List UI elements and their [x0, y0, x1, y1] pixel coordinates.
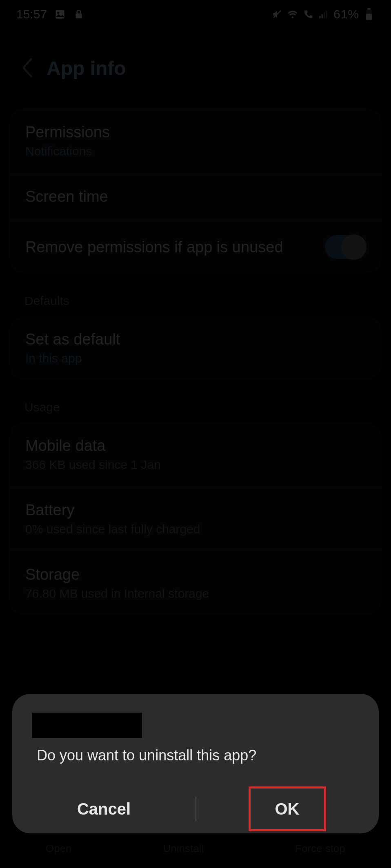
permissions-row[interactable]: Permissions Notifications — [9, 108, 382, 173]
force-stop-button[interactable]: Force stop — [295, 842, 345, 855]
status-bar: 15:57 — [0, 0, 391, 29]
battery-percentage: 61% — [333, 7, 359, 21]
page-title: App info — [47, 57, 126, 80]
svg-rect-6 — [324, 13, 325, 18]
storage-row[interactable]: Storage 76.80 MB used in Internal storag… — [9, 551, 382, 615]
svg-rect-10 — [366, 14, 372, 20]
screen-time-title: Screen time — [25, 188, 366, 205]
open-button[interactable]: Open — [46, 842, 72, 855]
mobile-data-title: Mobile data — [25, 437, 366, 455]
set-default-sub: In this app — [25, 351, 366, 365]
back-icon[interactable] — [20, 58, 34, 79]
permissions-title: Permissions — [25, 124, 366, 141]
image-icon — [54, 9, 66, 20]
svg-point-1 — [57, 12, 59, 14]
usage-label: Usage — [0, 400, 391, 422]
status-time: 15:57 — [16, 7, 47, 21]
remove-permissions-title: Remove permissions if app is unused — [25, 239, 283, 256]
battery-row[interactable]: Battery 0% used since last fully charged — [9, 486, 382, 551]
ok-label: OK — [275, 800, 300, 818]
uninstall-button[interactable]: Uninstall — [163, 842, 204, 855]
battery-icon — [363, 9, 375, 20]
wifi-calling-icon — [302, 9, 314, 20]
screen-time-row[interactable]: Screen time — [9, 173, 382, 220]
lock-icon — [73, 9, 84, 20]
cancel-label: Cancel — [77, 800, 131, 818]
toggle-knob — [341, 234, 367, 260]
storage-sub: 76.80 MB used in Internal storage — [25, 587, 366, 601]
privacy-card: Permissions Notifications Screen time Re… — [9, 108, 382, 274]
uninstall-dialog: Do you want to uninstall this app? Cance… — [12, 694, 379, 833]
svg-rect-5 — [322, 14, 323, 18]
mute-icon — [271, 9, 283, 20]
set-default-title: Set as default — [25, 331, 366, 348]
svg-rect-7 — [326, 11, 327, 18]
dialog-app-name-redacted — [32, 713, 142, 738]
ok-highlight-box: OK — [249, 786, 326, 831]
svg-rect-2 — [76, 13, 82, 18]
mobile-data-row[interactable]: Mobile data 366 KB used since 1 Jan — [9, 422, 382, 486]
page-header: App info — [0, 29, 391, 104]
storage-title: Storage — [25, 566, 366, 583]
dialog-message: Do you want to uninstall this app? — [12, 747, 379, 784]
battery-title: Battery — [25, 501, 366, 519]
svg-rect-0 — [56, 10, 64, 19]
ok-button[interactable]: OK — [196, 786, 379, 831]
defaults-label: Defaults — [0, 294, 391, 316]
signal-icon — [318, 9, 329, 20]
bottom-action-bar: Open Uninstall Force stop — [0, 829, 391, 868]
set-default-row[interactable]: Set as default In this app — [9, 316, 382, 380]
wifi-icon — [287, 9, 298, 20]
cancel-button[interactable]: Cancel — [12, 800, 196, 818]
battery-sub: 0% used since last fully charged — [25, 522, 366, 536]
remove-permissions-row[interactable]: Remove permissions if app is unused — [9, 220, 382, 274]
remove-permissions-toggle[interactable] — [325, 235, 366, 259]
svg-rect-8 — [367, 8, 371, 10]
usage-card: Mobile data 366 KB used since 1 Jan Batt… — [9, 422, 382, 615]
dialog-actions: Cancel OK — [12, 784, 379, 833]
defaults-card: Set as default In this app — [9, 316, 382, 380]
permissions-sub: Notifications — [25, 144, 366, 158]
mobile-data-sub: 366 KB used since 1 Jan — [25, 458, 366, 472]
svg-rect-4 — [319, 16, 320, 18]
